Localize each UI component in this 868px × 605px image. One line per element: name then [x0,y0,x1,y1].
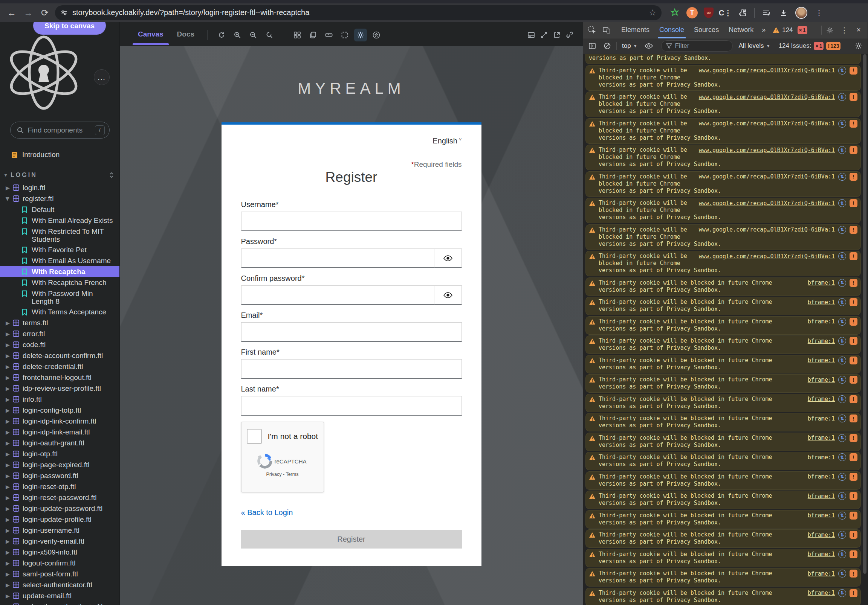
cookie-blocked-icon[interactable]: ⇅ [838,226,846,234]
extension-green-icon[interactable] [669,7,680,19]
source-link[interactable]: bframe:1 [808,318,835,325]
tree-item[interactable]: ▶ saml-post-form.ftl [0,568,119,579]
downloads-icon[interactable] [778,7,789,19]
source-link[interactable]: bframe:1 [808,512,835,519]
source-link[interactable]: www.google.com/recap…0lB1Xr7zdiQ-6iBVa:1 [699,67,835,74]
devtools-settings-icon[interactable] [824,24,836,36]
tree-item[interactable]: ▶ login-oauth-grant.ftl [0,438,119,449]
copy-link-icon[interactable] [563,29,576,42]
source-link[interactable]: bframe:1 [808,551,835,557]
tree-item[interactable]: ▶ login-username.ftl [0,525,119,536]
console-warning-message[interactable]: Third-party cookie will be blocked in fu… [586,145,861,170]
issue-badge-icon[interactable]: ! [849,415,857,422]
source-link[interactable]: bframe:1 [808,532,835,538]
source-link[interactable]: bframe:1 [808,376,835,383]
source-link[interactable]: www.google.com/recap…0lB1Xr7zdiQ-6iBVa:1 [699,94,835,101]
outline-icon[interactable] [338,29,351,42]
tree-item[interactable]: ▶ login-verify-email.ftl [0,536,119,547]
accessibility-icon[interactable] [370,29,383,42]
issue-badge-icon[interactable]: ! [849,279,857,287]
tab-console[interactable]: Console [656,22,688,39]
forward-icon[interactable]: → [22,6,35,19]
open-external-icon[interactable] [550,29,563,42]
cookie-blocked-icon[interactable]: ⇅ [838,453,846,461]
sidebar-item-introduction[interactable]: Introduction [0,149,119,161]
issue-badge-icon[interactable]: ! [849,173,857,181]
fullscreen-icon[interactable] [538,29,550,42]
remount-icon[interactable] [215,29,228,42]
tree-item[interactable]: ▶ With Terms Acceptance [0,306,119,317]
source-link[interactable]: www.google.com/recap…0lB1Xr7zdiQ-6iBVa:1 [699,253,835,260]
cookie-blocked-icon[interactable]: ⇅ [838,589,846,597]
console-sidebar-icon[interactable] [586,40,598,52]
source-link[interactable]: bframe:1 [808,570,835,577]
section-login[interactable]: ▾ LOGIN [0,169,119,181]
tree-item[interactable]: ▶ With Restricted To MIT Students [0,226,119,244]
cookie-blocked-icon[interactable]: ⇅ [838,415,846,422]
cookie-blocked-icon[interactable]: ⇅ [838,356,846,364]
source-link[interactable]: www.google.com/recap…0lB1Xr7zdiQ-6iBVa:1 [699,200,835,207]
cookie-blocked-icon[interactable]: ⇅ [838,120,846,128]
console-warning-message[interactable]: Third-party cookie will be blocked in fu… [586,510,861,529]
console-warning-message[interactable]: Third-party cookie will be blocked in fu… [586,251,861,276]
console-warning-message[interactable]: Third-party cookie will be blocked in fu… [586,549,861,567]
tab-sources[interactable]: Sources [690,22,722,39]
issue-badge-icon[interactable]: ! [849,531,857,539]
expand-collapse-all-icon[interactable] [109,172,114,178]
theme-sun-icon[interactable] [354,29,367,42]
console-warning-message[interactable]: Third-party cookie will be blocked in fu… [586,568,861,586]
issue-badge-icon[interactable]: ! [849,226,857,234]
console-warning-message[interactable]: Third-party cookie will be blocked in fu… [586,355,861,373]
device-toolbar-icon[interactable] [600,24,612,36]
source-link[interactable]: bframe:1 [808,435,835,441]
source-link[interactable]: bframe:1 [808,590,835,596]
console-warning-message[interactable]: Third-party cookie will be blocked in fu… [586,433,861,451]
tree-item[interactable]: ▶ With Favorite Pet [0,244,119,255]
live-expression-eye-icon[interactable] [643,40,655,52]
source-link[interactable]: bframe:1 [808,493,835,500]
issue-badge-icon[interactable]: ! [849,337,857,345]
cookie-blocked-icon[interactable]: ⇅ [838,376,846,384]
console-warning-message[interactable]: Third-party cookie will be blocked in fu… [586,413,861,432]
extension-c-icon[interactable]: C⋮ [719,7,731,19]
console-warning-message[interactable]: Third-party cookie will be blocked in fu… [586,374,861,393]
reload-icon[interactable]: ⟳ [39,6,51,19]
issue-badge-icon[interactable]: ! [849,473,857,481]
tree-item[interactable]: ▶ login-idp-link-email.ftl [0,427,119,438]
console-warning-count[interactable]: 124 [772,26,793,34]
tree-item[interactable]: ▶ login-idp-link-confirm.ftl [0,416,119,427]
console-warning-message[interactable]: Third-party cookie will be blocked in fu… [586,588,861,605]
issue-badge-icon[interactable]: ! [849,569,857,577]
text-input[interactable] [241,322,462,342]
backgrounds-icon[interactable] [307,29,319,42]
address-bar[interactable]: storybook.keycloakify.dev/?path=/story/l… [55,5,662,20]
source-link[interactable]: bframe:1 [808,473,835,480]
source-link[interactable]: www.google.com/recap…0lB1Xr7zdiQ-6iBVa:1 [699,147,835,153]
search-input[interactable] [28,126,84,135]
source-link[interactable]: bframe:1 [808,299,835,306]
tab-docs[interactable]: Docs [172,30,200,45]
cookie-blocked-icon[interactable]: ⇅ [838,318,846,326]
cookie-blocked-icon[interactable]: ⇅ [838,395,846,403]
clear-console-icon[interactable] [601,40,613,52]
text-input[interactable] [241,359,462,379]
show-password-button[interactable] [434,285,462,305]
url-text[interactable]: storybook.keycloakify.dev/?path=/story/l… [72,8,644,17]
recaptcha-checkbox[interactable] [247,429,262,444]
tree-item[interactable]: ▶ With Email Already Exists [0,215,119,226]
tree-item[interactable]: ▶ terms.ftl [0,317,119,328]
back-icon[interactable]: ← [5,6,18,19]
tree-item[interactable]: ▶ register.ftl [0,193,119,204]
cookie-blocked-icon[interactable]: ⇅ [838,434,846,442]
cookie-blocked-icon[interactable]: ⇅ [838,146,846,154]
tree-item[interactable]: ▶ delete-credential.ftl [0,361,119,372]
issue-badge-icon[interactable]: ! [849,589,857,597]
source-link[interactable]: www.google.com/recap…0lB1Xr7zdiQ-6iBVa:1 [699,226,835,233]
text-input[interactable] [241,285,434,305]
tree-item[interactable]: ▶ login.ftl [0,182,119,193]
zoom-in-icon[interactable] [231,29,244,42]
issue-badge-icon[interactable]: ! [849,67,857,74]
tree-item[interactable]: ▶ code.ftl [0,339,119,350]
cookie-blocked-icon[interactable]: ⇅ [838,512,846,520]
issue-badge-icon[interactable]: ! [849,453,857,461]
